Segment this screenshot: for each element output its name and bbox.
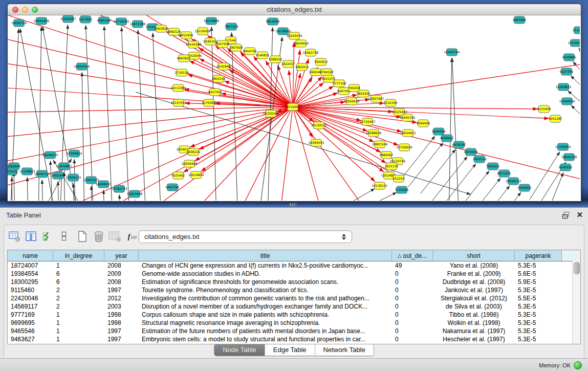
rows-icon[interactable] (57, 230, 71, 243)
graph-node[interactable]: 19654923 (400, 129, 416, 137)
graph-node[interactable]: 10653287 (60, 15, 76, 23)
table-row[interactable]: 1872400712008Changes of HCN gene express… (8, 261, 580, 270)
graph-node[interactable]: 16782753 (112, 185, 127, 192)
graph-node[interactable]: 16914844 (188, 171, 204, 179)
graph-node[interactable]: 8427552 (208, 89, 222, 96)
table-row[interactable]: 2242004622012Investigating the contribut… (8, 294, 580, 302)
graph-node[interactable]: 3824554 (357, 90, 371, 97)
row-selection-icon[interactable] (41, 230, 54, 243)
column-header-year[interactable]: year (104, 250, 139, 261)
float-panel-icon[interactable] (562, 211, 570, 219)
table-row[interactable]: 969969511998Structural magnetic resonanc… (8, 319, 580, 327)
graph-node[interactable]: 1733426 (395, 186, 409, 193)
graph-node[interactable]: 10654112 (506, 178, 521, 185)
network-canvas[interactable]: 1872400719055724206914061065328715276029… (8, 15, 580, 201)
column-header-short[interactable]: short (433, 250, 515, 261)
graph-node[interactable]: 16961758 (303, 49, 319, 56)
graph-node[interactable]: 7857224 (225, 23, 238, 30)
graph-node[interactable]: 2803144 (212, 75, 226, 82)
graph-node[interactable]: 9242848 (217, 63, 231, 70)
table-vertical-scrollbar[interactable] (572, 261, 580, 344)
graph-node[interactable]: 14671386 (130, 20, 146, 28)
table-row[interactable]: 977716911998Corpus callosum shape and si… (8, 311, 580, 319)
graph-node[interactable]: 20206535 (42, 151, 58, 159)
graph-node[interactable]: 2933114 (473, 156, 487, 163)
graph-node[interactable]: 11451944 (50, 172, 66, 179)
graph-node[interactable]: 20691406 (34, 17, 50, 25)
window-titlebar[interactable]: citations_edges.txt (8, 4, 581, 15)
graph-node[interactable]: 1640934 (432, 128, 446, 135)
tab-edge-table[interactable]: Edge Table (265, 344, 315, 356)
table-row[interactable]: 911546021997Tourette syndrome. Phenomeno… (8, 286, 580, 294)
graph-node[interactable]: 9245032 (559, 164, 573, 171)
graph-node[interactable]: 18724007 (285, 103, 301, 111)
graph-node[interactable]: 8215958 (537, 105, 551, 113)
show-columns-icon[interactable] (25, 230, 38, 243)
column-header-pagerank[interactable]: pagerank (515, 250, 562, 261)
graph-node[interactable]: 16958107 (96, 181, 112, 188)
graph-node[interactable]: 12444194 (559, 98, 575, 105)
graph-node[interactable]: 18325419 (287, 32, 302, 39)
column-header-title[interactable]: title (139, 250, 392, 261)
graph-node[interactable]: 8454749 (243, 48, 257, 55)
graph-node[interactable]: 12505115 (66, 174, 81, 181)
graph-node[interactable]: 15134571 (311, 122, 327, 129)
graph-node[interactable]: 16543388 (186, 41, 202, 48)
graph-node[interactable]: 2718126 (175, 69, 189, 76)
table-row[interactable]: 1830029562008Estimation of significance … (8, 278, 580, 286)
graph-node[interactable]: 10807487 (368, 95, 384, 102)
column-header-in_degree[interactable]: in_degree (53, 250, 104, 261)
graph-node[interactable]: 12703554 (555, 143, 571, 150)
graph-node[interactable]: 9327508 (216, 40, 230, 48)
close-panel-icon[interactable]: ✕ (576, 210, 583, 220)
graph-node[interactable]: 20564436 (344, 98, 360, 105)
graph-node[interactable]: 1641287 (549, 115, 562, 122)
graph-node[interactable]: 14136141 (372, 182, 388, 189)
graph-node[interactable]: 252254 (393, 175, 405, 182)
graph-node[interactable]: 9893822 (177, 55, 191, 62)
panel-splitter-handle[interactable] (290, 203, 296, 206)
graph-node[interactable]: 18300295 (263, 110, 279, 117)
graph-node[interactable]: 7663822 (155, 25, 168, 32)
graph-node[interactable]: 13942737 (34, 170, 50, 178)
table-row[interactable]: 946554611997Estimation of the future num… (8, 327, 580, 335)
delete-icon[interactable] (92, 230, 105, 243)
graph-node[interactable]: 7625402 (171, 172, 185, 179)
graph-node[interactable]: 15751074 (568, 39, 580, 47)
graph-node[interactable]: 19495756 (400, 114, 416, 121)
graph-node[interactable]: 9777169 (333, 80, 346, 87)
table-row[interactable]: 1938455462009Genome-wide association stu… (8, 270, 580, 278)
graph-node[interactable]: 10816338 (561, 154, 577, 161)
graph-node[interactable]: 16609489 (182, 160, 198, 167)
graph-node[interactable]: 2687682 (513, 16, 527, 24)
graph-node[interactable]: 9245852 (518, 184, 532, 191)
graph-node[interactable]: 10107554 (171, 99, 187, 106)
graph-node[interactable]: 9884067 (380, 151, 394, 159)
graph-node[interactable]: 9227342 (560, 68, 574, 75)
graph-node[interactable]: 8960124 (167, 28, 181, 35)
graph-node[interactable]: 18807249 (372, 141, 388, 148)
graph-node[interactable]: 8471676 (497, 170, 511, 177)
graph-node[interactable]: 9699695 (417, 120, 430, 127)
column-header-out_de[interactable]: △out_de... (392, 250, 433, 261)
graph-node[interactable]: 1862615 (295, 63, 309, 71)
graph-node[interactable]: 1112276 (573, 27, 580, 34)
graph-node[interactable]: 331231 (8, 168, 18, 175)
graph-node[interactable]: 10756928 (397, 144, 412, 151)
import-table-icon[interactable] (108, 230, 122, 243)
graph-node[interactable]: 10975887 (56, 163, 72, 170)
table-row[interactable]: 946362711997Embryonic stem cells: a mode… (8, 335, 580, 343)
graph-node[interactable]: 9938222 (187, 148, 201, 156)
graph-node[interactable]: 8813054 (266, 18, 280, 25)
scrollbar-thumb[interactable] (574, 262, 580, 274)
graph-node[interactable]: 19384554 (309, 139, 324, 146)
graph-node[interactable]: 9146821 (256, 52, 270, 59)
graph-node[interactable]: 7955812 (314, 58, 328, 65)
graph-node[interactable]: 12923448 (127, 190, 143, 198)
graph-node[interactable]: 8912954 (180, 32, 193, 39)
graph-node[interactable]: 9170084 (202, 99, 216, 106)
graph-node[interactable]: 6216344 (384, 99, 398, 106)
graph-node[interactable]: 19055724 (11, 19, 27, 27)
table-row[interactable]: 1456911722003Disruption of a novel membe… (8, 302, 580, 311)
graph-node[interactable]: 17359924 (67, 150, 82, 157)
